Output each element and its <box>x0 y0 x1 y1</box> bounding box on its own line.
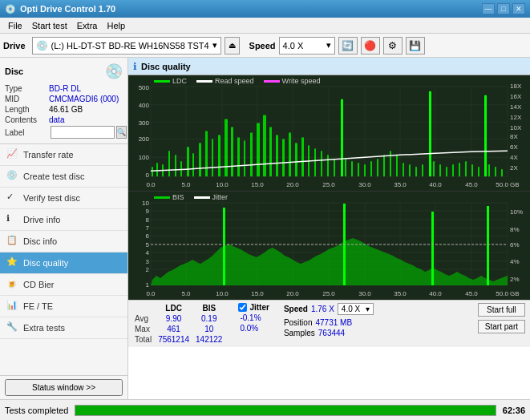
app-icon: 💿 <box>5 4 16 14</box>
svg-text:8%: 8% <box>510 226 520 233</box>
start-part-button[interactable]: Start part <box>478 320 525 333</box>
read-speed-color-swatch <box>196 80 212 83</box>
disc-contents-row: Contents data <box>5 115 123 124</box>
svg-rect-33 <box>244 140 245 176</box>
speed-row: Speed 1.76 X 4.0 X ▾ <box>284 303 374 315</box>
bottom-chart: BIS Jitter <box>128 192 530 300</box>
maximize-button[interactable]: □ <box>497 3 510 14</box>
svg-text:6%: 6% <box>510 241 520 248</box>
sidebar-item-verify-test-disc[interactable]: ✓ Verify test disc <box>0 188 127 209</box>
svg-rect-18 <box>152 167 153 176</box>
disc-quality-title: Disc quality <box>141 62 191 71</box>
sidebar-item-extra-tests[interactable]: 🔧 Extra tests <box>0 317 127 339</box>
svg-rect-49 <box>345 159 346 176</box>
svg-text:35.0: 35.0 <box>394 181 407 188</box>
svg-rect-25 <box>192 153 194 176</box>
svg-rect-53 <box>370 161 372 176</box>
label-search-button[interactable]: 🔍 <box>116 126 127 139</box>
minimize-button[interactable]: — <box>482 3 495 14</box>
drive-selector[interactable]: 💿 (L:) HL-DT-ST BD-RE WH16NS58 TST4 ▾ <box>32 37 221 55</box>
legend-jitter: Jitter <box>194 193 229 201</box>
mid-label: MID <box>5 95 49 103</box>
svg-rect-40 <box>289 133 291 177</box>
burn-button[interactable]: 🔴 <box>361 37 380 55</box>
sidebar-item-label: FE / TE <box>23 301 53 311</box>
svg-rect-38 <box>276 135 278 176</box>
jitter-checkbox[interactable] <box>238 303 247 312</box>
drive-info-icon: ℹ <box>6 213 19 226</box>
svg-rect-52 <box>364 164 366 176</box>
sidebar-item-disc-quality[interactable]: ⭐ Disc quality <box>0 252 127 274</box>
total-bis-value: 142122 <box>194 334 227 345</box>
legend-write-speed: Write speed <box>264 77 321 85</box>
svg-rect-67 <box>459 163 460 176</box>
sidebar-item-label: Verify test disc <box>23 193 80 203</box>
menu-help[interactable]: Help <box>102 19 130 32</box>
svg-text:10%: 10% <box>510 208 523 216</box>
save-button[interactable]: 💾 <box>406 37 425 55</box>
svg-rect-55 <box>383 155 385 176</box>
bottom-chart-svg: 10 9 8 7 6 5 4 3 2 1 10% 8% 6% 4% 2% <box>128 192 530 300</box>
menu-file[interactable]: File <box>3 19 27 32</box>
svg-rect-30 <box>225 119 228 177</box>
drive-icon: 💿 <box>36 40 48 51</box>
svg-text:20.0: 20.0 <box>286 290 299 297</box>
svg-rect-37 <box>269 127 272 177</box>
sidebar-item-label: CD Bier <box>23 280 55 289</box>
speed-value: 1.76 X <box>311 305 334 313</box>
svg-rect-66 <box>452 164 454 176</box>
close-button[interactable]: ✕ <box>512 3 525 14</box>
svg-rect-71 <box>484 95 487 176</box>
svg-text:6: 6 <box>146 232 150 240</box>
svg-text:18X: 18X <box>510 83 522 90</box>
svg-rect-34 <box>250 133 253 177</box>
status-window-area: Status window >> <box>0 375 127 399</box>
sidebar-item-create-test-disc[interactable]: 💿 Create test disc <box>0 166 127 188</box>
length-value: 46.61 GB <box>49 105 83 114</box>
sidebar-item-fe-te[interactable]: 📊 FE / TE <box>0 296 127 317</box>
menu-extra[interactable]: Extra <box>72 19 103 32</box>
bis-color-swatch <box>154 196 170 199</box>
sidebar-item-drive-info[interactable]: ℹ Drive info <box>0 209 127 231</box>
label-input[interactable] <box>51 126 115 139</box>
svg-text:5: 5 <box>146 241 150 248</box>
drive-value: (L:) HL-DT-ST BD-RE WH16NS58 TST4 <box>51 41 209 50</box>
sidebar-item-disc-info[interactable]: 📋 Disc info <box>0 231 127 252</box>
speed-dropdown[interactable]: 4.0 X ▾ <box>338 303 374 315</box>
eject-button[interactable]: ⏏ <box>225 37 240 55</box>
svg-text:300: 300 <box>139 119 150 127</box>
top-chart: LDC Read speed Write speed <box>128 75 530 192</box>
svg-text:9: 9 <box>146 208 150 215</box>
main-panel: ℹ Disc quality LDC Read speed <box>128 58 530 399</box>
stats-table: LDC BIS Avg 9.90 0.19 Max 461 10 Total 7… <box>133 303 227 345</box>
svg-text:45.0: 45.0 <box>465 290 478 297</box>
length-label: Length <box>5 105 49 114</box>
legend-write-speed-label: Write speed <box>282 77 321 85</box>
avg-bis-value: 0.19 <box>194 313 227 324</box>
ldc-header: LDC <box>156 303 194 313</box>
svg-text:0.0: 0.0 <box>146 181 156 188</box>
chevron-down-icon: ▾ <box>212 40 217 50</box>
speed-selector[interactable]: 4.0 X ▾ <box>279 37 335 55</box>
start-full-button[interactable]: Start full <box>478 303 525 317</box>
svg-text:10: 10 <box>142 200 149 207</box>
menu-start-test[interactable]: Start test <box>27 19 72 32</box>
sidebar-item-cd-bier[interactable]: 🍺 CD Bier <box>0 274 127 296</box>
total-ldc-value: 7561214 <box>156 334 194 345</box>
extra-tests-icon: 🔧 <box>6 321 19 334</box>
svg-rect-29 <box>218 135 220 176</box>
nav-items: 📈 Transfer rate 💿 Create test disc ✓ Ver… <box>0 144 127 375</box>
sidebar-item-transfer-rate[interactable]: 📈 Transfer rate <box>0 144 127 166</box>
svg-text:35.0: 35.0 <box>394 290 407 297</box>
svg-rect-51 <box>358 163 359 176</box>
svg-text:4X: 4X <box>510 154 518 161</box>
svg-text:20.0: 20.0 <box>286 181 299 188</box>
svg-rect-58 <box>403 163 404 176</box>
svg-rect-124 <box>223 208 225 285</box>
svg-text:2: 2 <box>146 266 150 273</box>
status-window-button[interactable]: Status window >> <box>5 379 123 396</box>
settings-button[interactable]: ⚙ <box>383 37 403 55</box>
samples-value: 763444 <box>318 329 345 337</box>
disc-info-panel: Disc 💿 Type BD-R DL MID CMCMAGDI6 (000) … <box>0 58 127 144</box>
refresh-button[interactable]: 🔄 <box>338 37 358 55</box>
